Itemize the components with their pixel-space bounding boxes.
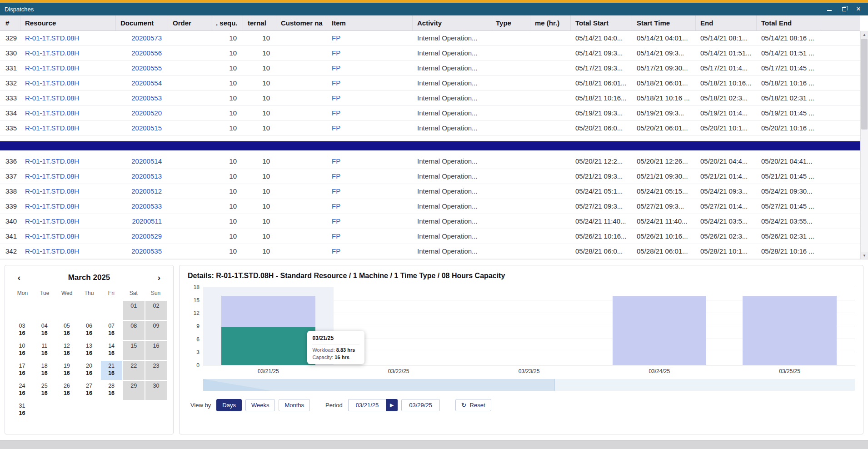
calendar-day[interactable]: 2016 bbox=[78, 361, 100, 380]
chart-navigator[interactable] bbox=[203, 379, 855, 391]
table-row[interactable]: 336R-01-1T.STD.08H202005141010FPInternal… bbox=[0, 154, 860, 169]
cell-item[interactable]: FP bbox=[327, 154, 413, 169]
table-row[interactable]: 340R-01-1T.STD.08H202005111010FPInternal… bbox=[0, 214, 860, 229]
cell-resource[interactable]: R-01-1T.STD.08H bbox=[20, 76, 116, 90]
cell-item[interactable]: FP bbox=[327, 61, 413, 75]
cell-resource[interactable]: R-01-1T.STD.08H bbox=[20, 121, 116, 135]
cell-resource[interactable]: R-01-1T.STD.08H bbox=[20, 229, 116, 244]
column-header-time_hr[interactable]: me (hr.) bbox=[530, 15, 571, 30]
calendar-day[interactable]: 30 bbox=[145, 381, 167, 400]
column-header-num[interactable]: # bbox=[0, 15, 20, 30]
cell-document[interactable]: 20200529 bbox=[116, 229, 168, 244]
calendar-day[interactable]: 16 bbox=[145, 341, 167, 360]
column-header-op_seq[interactable]: . sequ. bbox=[211, 15, 243, 30]
calendar-day[interactable]: 15 bbox=[123, 341, 145, 360]
cell-resource[interactable]: R-01-1T.STD.08H bbox=[20, 31, 116, 45]
table-row[interactable]: 339R-01-1T.STD.08H202005331010FPInternal… bbox=[0, 199, 860, 214]
view-months-button[interactable]: Months bbox=[279, 399, 310, 411]
cell-document[interactable]: 20200533 bbox=[116, 199, 168, 214]
reset-button[interactable]: ↻ Reset bbox=[455, 399, 491, 411]
calendar-day[interactable]: 23 bbox=[145, 361, 167, 380]
column-header-resource[interactable]: Resource bbox=[20, 15, 116, 30]
view-weeks-button[interactable]: Weeks bbox=[245, 399, 275, 411]
scroll-up-icon[interactable]: ▲ bbox=[861, 31, 868, 38]
period-end-field[interactable]: 03/29/25 bbox=[401, 399, 440, 411]
cell-document[interactable]: 20200513 bbox=[116, 169, 168, 184]
cell-item[interactable]: FP bbox=[327, 244, 413, 259]
chart-bar-group[interactable] bbox=[464, 287, 594, 365]
table-row[interactable]: 337R-01-1T.STD.08H202005131010FPInternal… bbox=[0, 169, 860, 184]
calendar-day[interactable]: 1316 bbox=[78, 341, 100, 360]
column-header-internal[interactable]: ternal bbox=[243, 15, 276, 30]
column-header-document[interactable]: Document bbox=[116, 15, 168, 30]
table-row[interactable]: 330R-01-1T.STD.08H202005561010FPInternal… bbox=[0, 46, 860, 61]
calendar-day[interactable]: 09 bbox=[145, 321, 167, 340]
calendar-day-selected[interactable]: 2116 bbox=[101, 361, 122, 380]
calendar-day[interactable]: 1816 bbox=[34, 361, 55, 380]
table-row[interactable]: 329R-01-1T.STD.08H202005731010FPInternal… bbox=[0, 31, 860, 46]
cell-resource[interactable]: R-01-1T.STD.08H bbox=[20, 106, 116, 120]
table-row[interactable]: 342R-01-1T.STD.08H202005351010FPInternal… bbox=[0, 244, 860, 259]
scroll-down-icon[interactable]: ▼ bbox=[861, 252, 868, 259]
cell-item[interactable]: FP bbox=[327, 199, 413, 214]
cell-resource[interactable]: R-01-1T.STD.08H bbox=[20, 169, 116, 184]
calendar-day[interactable]: 1216 bbox=[56, 341, 77, 360]
calendar-day[interactable]: 22 bbox=[123, 361, 145, 380]
column-header-type[interactable]: Type bbox=[491, 15, 530, 30]
cell-resource[interactable]: R-01-1T.STD.08H bbox=[20, 184, 116, 199]
cell-item[interactable]: FP bbox=[327, 76, 413, 90]
cell-item[interactable]: FP bbox=[327, 121, 413, 135]
column-header-start_time[interactable]: Start Time bbox=[632, 15, 696, 30]
cell-resource[interactable]: R-01-1T.STD.08H bbox=[20, 244, 116, 259]
table-row[interactable]: 333R-01-1T.STD.08H202005531010FPInternal… bbox=[0, 91, 860, 106]
column-header-total_start[interactable]: Total Start bbox=[571, 15, 632, 30]
cell-document[interactable]: 20200554 bbox=[116, 76, 168, 90]
table-row[interactable]: 338R-01-1T.STD.08H202005121010FPInternal… bbox=[0, 184, 860, 199]
view-days-button[interactable]: Days bbox=[216, 399, 242, 411]
column-header-item[interactable]: Item bbox=[327, 15, 413, 30]
cell-item[interactable]: FP bbox=[327, 184, 413, 199]
minimize-icon[interactable] bbox=[826, 6, 833, 12]
play-icon[interactable]: ▶ bbox=[386, 399, 398, 411]
cell-resource[interactable]: R-01-1T.STD.08H bbox=[20, 199, 116, 214]
selected-row-separator[interactable] bbox=[0, 141, 860, 150]
cell-item[interactable]: FP bbox=[327, 169, 413, 184]
table-row[interactable]: 332R-01-1T.STD.08H202005541010FPInternal… bbox=[0, 76, 860, 91]
calendar-day[interactable]: 1716 bbox=[11, 361, 33, 380]
cell-document[interactable]: 20200514 bbox=[116, 154, 168, 169]
calendar-day[interactable]: 1116 bbox=[34, 341, 55, 360]
column-header-activity[interactable]: Activity bbox=[413, 15, 491, 30]
calendar-day[interactable]: 2516 bbox=[34, 381, 55, 400]
calendar-day[interactable]: 29 bbox=[123, 381, 145, 400]
close-icon[interactable]: × bbox=[855, 6, 862, 12]
cell-item[interactable]: FP bbox=[327, 91, 413, 105]
calendar-prev-icon[interactable]: ‹ bbox=[11, 273, 27, 283]
calendar-day[interactable]: 02 bbox=[145, 301, 167, 320]
cell-resource[interactable]: R-01-1T.STD.08H bbox=[20, 214, 116, 229]
cell-document[interactable]: 20200512 bbox=[116, 184, 168, 199]
cell-resource[interactable]: R-01-1T.STD.08H bbox=[20, 154, 116, 169]
calendar-day[interactable]: 08 bbox=[123, 321, 145, 340]
calendar-day[interactable]: 1416 bbox=[101, 341, 122, 360]
calendar-day[interactable]: 0416 bbox=[34, 321, 55, 340]
column-header-end[interactable]: End bbox=[696, 15, 757, 30]
table-row[interactable]: 334R-01-1T.STD.08H202005201010FPInternal… bbox=[0, 106, 860, 121]
cell-document[interactable]: 20200511 bbox=[116, 214, 168, 229]
cell-document[interactable]: 20200515 bbox=[116, 121, 168, 135]
calendar-day[interactable]: 2416 bbox=[11, 381, 33, 400]
cell-item[interactable]: FP bbox=[327, 229, 413, 244]
cell-resource[interactable]: R-01-1T.STD.08H bbox=[20, 91, 116, 105]
cell-document[interactable]: 20200573 bbox=[116, 31, 168, 45]
cell-document[interactable]: 20200553 bbox=[116, 91, 168, 105]
table-row[interactable]: 335R-01-1T.STD.08H202005151010FPInternal… bbox=[0, 121, 860, 136]
cell-document[interactable]: 20200535 bbox=[116, 244, 168, 259]
cell-document[interactable]: 20200520 bbox=[116, 106, 168, 120]
restore-icon[interactable] bbox=[841, 6, 847, 12]
calendar-day[interactable]: 3116 bbox=[11, 401, 33, 420]
cell-document[interactable]: 20200555 bbox=[116, 61, 168, 75]
scrollbar-thumb[interactable] bbox=[861, 39, 868, 130]
cell-resource[interactable]: R-01-1T.STD.08H bbox=[20, 61, 116, 75]
calendar-day[interactable]: 1016 bbox=[11, 341, 33, 360]
column-header-customer[interactable]: Customer na bbox=[276, 15, 327, 30]
chart-bar-group[interactable] bbox=[594, 287, 724, 365]
